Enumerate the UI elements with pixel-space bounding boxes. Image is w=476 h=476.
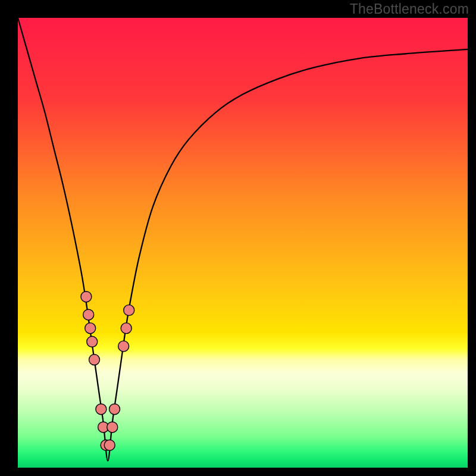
data-marker: [85, 323, 96, 334]
data-marker: [124, 305, 134, 315]
data-marker: [89, 355, 100, 365]
data-marker: [107, 422, 118, 433]
data-marker: [118, 341, 129, 352]
data-marker: [96, 404, 107, 415]
data-marker: [87, 336, 98, 347]
data-marker: [81, 292, 92, 302]
data-marker: [83, 309, 94, 320]
chart-svg: [18, 18, 468, 468]
data-marker: [109, 404, 120, 415]
data-marker: [121, 323, 131, 334]
plot-area: [18, 18, 468, 468]
data-marker: [104, 440, 115, 450]
watermark-text: TheBottleneck.com: [350, 1, 469, 17]
chart-frame: TheBottleneck.com: [0, 0, 476, 476]
bottleneck-curve: [18, 18, 468, 461]
